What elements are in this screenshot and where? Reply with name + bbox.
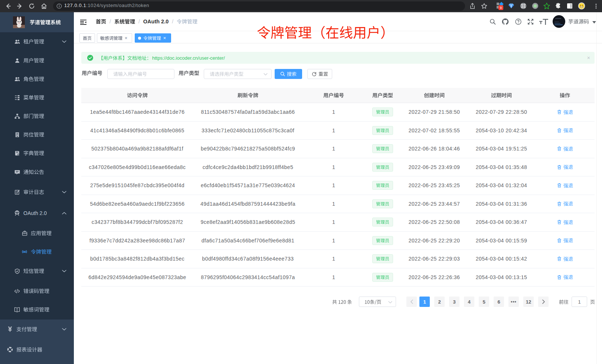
svg-text:A: A	[23, 251, 25, 253]
